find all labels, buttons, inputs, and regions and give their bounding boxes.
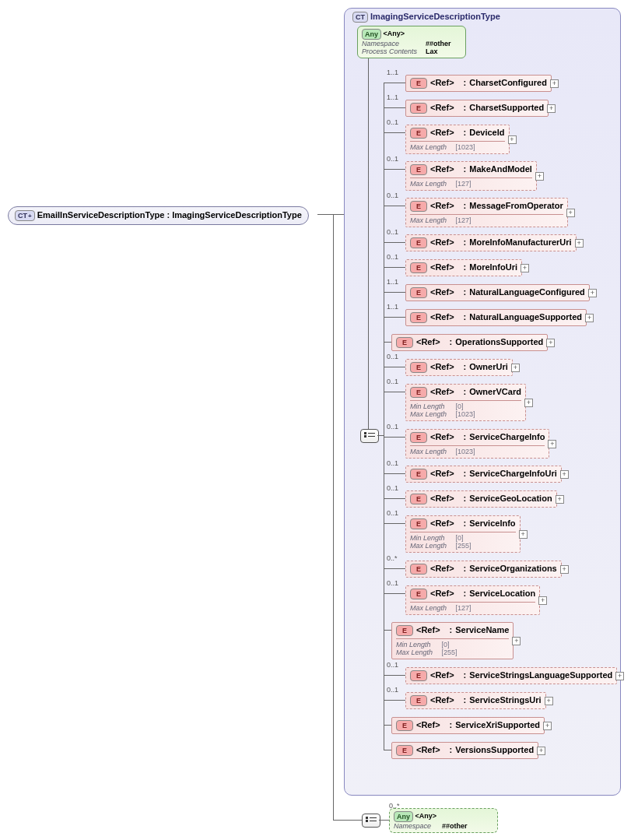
element-ref-MakeAndModel[interactable]: E<Ref>:MakeAndModelMax Length [127]+ xyxy=(405,161,537,191)
ref-tag: <Ref> xyxy=(416,720,440,729)
container-title: ImagingServiceDescriptionType xyxy=(370,12,500,21)
expand-button[interactable]: + xyxy=(511,364,520,372)
sequence-compositor-icon[interactable] xyxy=(360,429,379,443)
expand-button[interactable]: + xyxy=(615,672,624,680)
constraint-value: [127] xyxy=(456,216,471,224)
ref-tag: <Ref> xyxy=(430,128,454,137)
expand-button[interactable]: + xyxy=(566,209,575,217)
expand-button[interactable]: + xyxy=(560,565,569,574)
element-badge-icon: E xyxy=(410,237,427,248)
element-ref-ServiceOrganizations[interactable]: E<Ref>:ServiceOrganizations+ xyxy=(405,561,562,578)
cardinality-label: 0..1 xyxy=(387,423,398,431)
element-ref-ServiceLocation[interactable]: E<Ref>:ServiceLocationMax Length [127]+ xyxy=(405,585,540,615)
ref-tag: <Ref> xyxy=(430,432,454,441)
expand-button[interactable]: + xyxy=(543,722,552,730)
element-ref-NaturalLanguageConfigured[interactable]: E<Ref>:NaturalLanguageConfigured+ xyxy=(405,284,590,301)
constraint-label: Max Length xyxy=(396,648,440,656)
element-name: OperationsSupported xyxy=(455,337,543,346)
cardinality-label: 1..1 xyxy=(387,93,398,101)
expand-button[interactable]: + xyxy=(508,135,517,144)
expand-button[interactable]: + xyxy=(535,172,544,181)
cardinality-label: 0..1 xyxy=(387,459,398,467)
ref-tag: <Ref> xyxy=(430,164,454,174)
expand-button[interactable]: + xyxy=(547,104,556,113)
constraint-value: [1023] xyxy=(456,448,475,455)
element-badge-icon: E xyxy=(396,625,413,636)
constraint-label: Max Length xyxy=(410,448,454,455)
element-name: MessageFromOperator xyxy=(469,201,563,210)
element-ref-ServiceChargeInfo[interactable]: E<Ref>:ServiceChargeInfoMax Length [1023… xyxy=(405,429,549,459)
cardinality-label: 0..1 xyxy=(387,661,398,669)
element-name: DeviceId xyxy=(469,128,504,137)
any-title: <Any> xyxy=(415,812,437,820)
element-ref-MoreInfoUri[interactable]: E<Ref>:MoreInfoUri+ xyxy=(405,259,522,276)
element-ref-ServiceInfo[interactable]: E<Ref>:ServiceInfoMin Length [0]Max Leng… xyxy=(405,515,521,553)
constraint-value: [0] xyxy=(442,641,450,648)
any-attr-label: Namespace xyxy=(394,822,442,830)
constraint-label: Min Length xyxy=(396,641,440,648)
element-badge-icon: E xyxy=(410,564,427,575)
expand-button[interactable]: + xyxy=(550,79,559,88)
constraint-value: [127] xyxy=(456,180,471,188)
expand-button[interactable]: + xyxy=(521,264,529,272)
element-ref-OwnerUri[interactable]: E<Ref>:OwnerUri+ xyxy=(405,359,513,376)
expand-button[interactable]: + xyxy=(556,495,564,504)
sequence-compositor-icon[interactable] xyxy=(362,814,380,828)
cardinality-label: 0..1 xyxy=(387,353,398,360)
expand-button[interactable]: + xyxy=(588,289,597,297)
element-ref-OperationsSupported[interactable]: E<Ref>:OperationsSupported+ xyxy=(391,334,548,351)
expand-button[interactable]: + xyxy=(575,239,584,248)
expand-button[interactable]: + xyxy=(545,697,553,705)
element-ref-CharsetSupported[interactable]: E<Ref>:CharsetSupported+ xyxy=(405,100,549,117)
expand-button[interactable]: + xyxy=(585,314,594,322)
element-ref-MoreInfoManufacturerUri[interactable]: E<Ref>:MoreInfoManufacturerUri+ xyxy=(405,234,577,251)
cardinality-label: 0..1 xyxy=(387,484,398,492)
element-ref-ServiceName[interactable]: E<Ref>:ServiceNameMin Length [0]Max Leng… xyxy=(391,622,514,659)
expand-button[interactable]: + xyxy=(546,339,555,347)
any-attr-value: ##other xyxy=(426,40,451,47)
constraint-label: Max Length xyxy=(410,542,454,550)
expand-button[interactable]: + xyxy=(524,399,533,407)
expand-button[interactable]: + xyxy=(560,470,569,479)
cardinality-label: 0..1 xyxy=(387,509,398,517)
constraint-value: [1023] xyxy=(456,143,475,151)
element-ref-VersionsSupported[interactable]: E<Ref>:VersionsSupported+ xyxy=(391,742,538,759)
element-ref-ServiceStringsUri[interactable]: E<Ref>:ServiceStringsUri+ xyxy=(405,692,546,709)
cardinality-label: 0..1 xyxy=(387,118,398,126)
element-badge-icon: E xyxy=(410,670,427,681)
element-badge-icon: E xyxy=(410,103,427,114)
element-badge-icon: E xyxy=(410,78,427,89)
element-badge-icon: E xyxy=(410,164,427,175)
element-ref-DeviceId[interactable]: E<Ref>:DeviceIdMax Length [1023]+ xyxy=(405,125,510,154)
element-badge-icon: E xyxy=(410,201,427,212)
element-badge-icon: E xyxy=(410,518,427,529)
cardinality-label: 1..1 xyxy=(387,278,398,286)
expand-button[interactable]: + xyxy=(512,637,521,645)
element-name: ServiceStringsUri xyxy=(469,695,541,705)
left-complex-type-node[interactable]: CT EmailInServiceDescriptionType : Imagi… xyxy=(8,206,309,225)
element-ref-NaturalLanguageSupported[interactable]: E<Ref>:NaturalLanguageSupported+ xyxy=(405,309,587,326)
element-name: CharsetSupported xyxy=(469,103,544,112)
element-ref-CharsetConfigured[interactable]: E<Ref>:CharsetConfigured+ xyxy=(405,75,552,92)
element-name: ServiceOrganizations xyxy=(469,564,557,573)
expand-button[interactable]: + xyxy=(538,596,547,605)
element-badge-icon: E xyxy=(410,362,427,373)
cardinality-label: 0..* xyxy=(387,554,398,562)
cardinality-label: 1..1 xyxy=(387,303,398,311)
element-ref-ServiceGeoLocation[interactable]: E<Ref>:ServiceGeoLocation+ xyxy=(405,490,557,508)
element-ref-ServiceStringsLanguageSupported[interactable]: E<Ref>:ServiceStringsLanguageSupported+ xyxy=(405,667,617,684)
element-ref-MessageFromOperator[interactable]: E<Ref>:MessageFromOperatorMax Length [12… xyxy=(405,198,568,227)
expand-button[interactable]: + xyxy=(519,530,528,539)
any-wildcard-box-bottom[interactable]: Any <Any>Namespace##other xyxy=(389,808,498,833)
any-badge-icon: Any xyxy=(394,811,413,822)
ref-tag: <Ref> xyxy=(430,103,454,112)
ref-tag: <Ref> xyxy=(430,78,454,87)
element-name: OwnerUri xyxy=(469,362,508,371)
ref-tag: <Ref> xyxy=(430,518,454,528)
expand-button[interactable]: + xyxy=(548,440,556,448)
element-ref-OwnerVCard[interactable]: E<Ref>:OwnerVCardMin Length [0]Max Lengt… xyxy=(405,384,526,421)
element-ref-ServiceChargeInfoUri[interactable]: E<Ref>:ServiceChargeInfoUri+ xyxy=(405,466,562,483)
element-ref-ServiceXriSupported[interactable]: E<Ref>:ServiceXriSupported+ xyxy=(391,717,545,734)
expand-button[interactable]: + xyxy=(537,747,545,755)
any-wildcard-box[interactable]: Any <Any>Namespace##otherProcess Content… xyxy=(357,26,466,58)
